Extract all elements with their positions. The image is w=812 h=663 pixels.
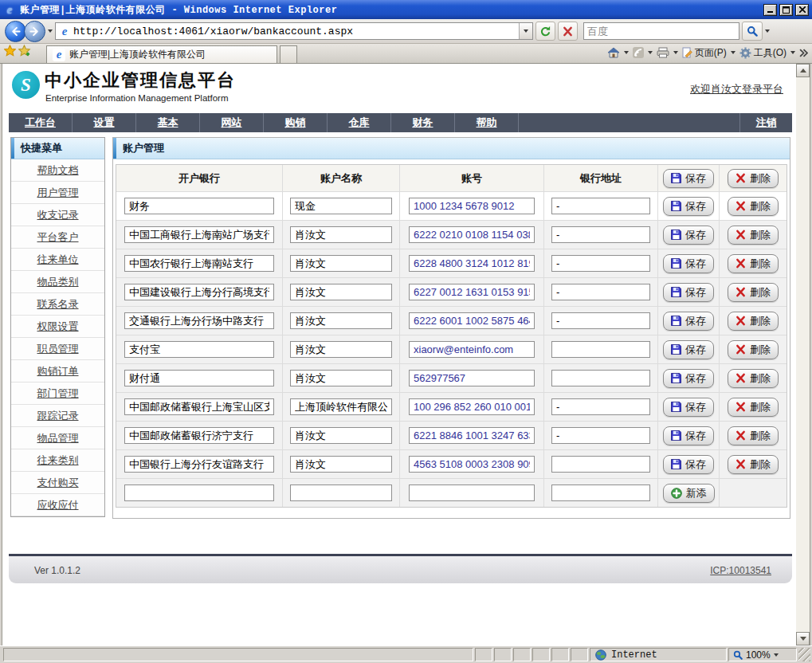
sidebar-item[interactable]: 部门管理	[11, 382, 104, 405]
sidebar-item[interactable]: 职员管理	[11, 338, 104, 360]
account-name-input[interactable]	[290, 255, 392, 272]
account-number-input[interactable]	[409, 398, 535, 415]
delete-button[interactable]: 删除	[728, 340, 779, 359]
bank-name-input[interactable]	[124, 427, 274, 444]
home-button[interactable]	[607, 47, 620, 58]
bank-address-input[interactable]	[551, 312, 650, 329]
resize-grip[interactable]	[798, 648, 810, 661]
save-button[interactable]: 保存	[663, 283, 714, 302]
bank-address-input[interactable]	[551, 284, 650, 300]
account-number-input[interactable]	[409, 427, 535, 444]
bank-address-input[interactable]	[551, 456, 650, 473]
account-name-input[interactable]	[290, 284, 392, 300]
chevron-more-icon[interactable]	[799, 49, 808, 57]
nav-item[interactable]: 工作台	[9, 113, 73, 132]
new-bank-name-input[interactable]	[124, 484, 274, 501]
account-number-input[interactable]	[409, 456, 535, 473]
stop-button[interactable]	[558, 22, 578, 41]
bank-address-input[interactable]	[551, 255, 650, 272]
welcome-link[interactable]: 欢迎肖汝文登录平台	[690, 82, 783, 96]
account-number-input[interactable]	[409, 341, 535, 358]
delete-button[interactable]: 删除	[728, 283, 779, 302]
scroll-down-icon[interactable]	[796, 632, 810, 645]
save-button[interactable]: 保存	[663, 340, 714, 359]
add-favorite-icon[interactable]	[18, 45, 31, 60]
account-number-input[interactable]	[409, 370, 535, 386]
bank-name-input[interactable]	[124, 255, 274, 272]
bank-address-input[interactable]	[551, 370, 650, 386]
refresh-button[interactable]	[535, 22, 555, 41]
save-button[interactable]: 保存	[663, 226, 714, 245]
delete-button[interactable]: 删除	[728, 455, 779, 474]
bank-name-input[interactable]	[124, 312, 274, 329]
bank-name-input[interactable]	[124, 341, 274, 358]
nav-item[interactable]: 基本	[136, 113, 200, 132]
icp-link[interactable]: ICP:10013541	[710, 565, 771, 576]
sidebar-item[interactable]: 购销订单	[11, 360, 104, 382]
page-menu-button[interactable]: 页面(P)	[682, 46, 727, 60]
bank-name-input[interactable]	[124, 198, 274, 214]
account-name-input[interactable]	[290, 370, 392, 386]
feeds-button[interactable]	[633, 47, 644, 58]
bank-name-input[interactable]	[124, 284, 274, 300]
sidebar-item[interactable]: 应收应付	[11, 494, 104, 516]
account-name-input[interactable]	[290, 456, 392, 473]
print-dropdown-icon[interactable]	[673, 51, 678, 54]
page-dropdown-icon[interactable]	[731, 51, 736, 54]
nav-item[interactable]: 仓库	[328, 113, 391, 132]
nav-item[interactable]: 财务	[391, 113, 455, 132]
sidebar-item[interactable]: 收支记录	[11, 204, 104, 226]
sidebar-item[interactable]: 用户管理	[11, 182, 104, 204]
minimize-button[interactable]	[763, 4, 777, 16]
account-name-input[interactable]	[290, 341, 392, 358]
nav-item[interactable]: 帮助	[455, 113, 519, 132]
close-button[interactable]	[795, 4, 809, 16]
account-number-input[interactable]	[409, 226, 535, 243]
nav-logout[interactable]: 注销	[739, 113, 792, 132]
sidebar-item[interactable]: 跟踪记录	[11, 405, 104, 427]
search-options-icon[interactable]	[765, 29, 770, 33]
account-name-input[interactable]	[290, 198, 392, 214]
add-button[interactable]: 新添	[663, 484, 715, 503]
search-button[interactable]	[742, 22, 763, 41]
delete-button[interactable]: 删除	[728, 254, 779, 273]
account-number-input[interactable]	[409, 198, 535, 214]
account-name-input[interactable]	[290, 398, 392, 415]
account-name-input[interactable]	[290, 226, 392, 243]
sidebar-item[interactable]: 支付购买	[11, 472, 104, 494]
zoom-control[interactable]: 100%	[728, 648, 797, 661]
tools-dropdown-icon[interactable]	[790, 51, 795, 54]
bank-address-input[interactable]	[551, 198, 650, 214]
sidebar-item[interactable]: 帮助文档	[11, 159, 104, 182]
delete-button[interactable]: 删除	[728, 312, 779, 331]
nav-item[interactable]: 网站	[200, 113, 264, 132]
nav-item[interactable]: 设置	[73, 113, 136, 132]
account-number-input[interactable]	[409, 284, 535, 300]
save-button[interactable]: 保存	[663, 169, 714, 188]
save-button[interactable]: 保存	[663, 369, 714, 388]
url-dropdown-button[interactable]	[519, 23, 532, 39]
save-button[interactable]: 保存	[663, 455, 714, 474]
account-number-input[interactable]	[409, 312, 535, 329]
delete-button[interactable]: 删除	[728, 398, 779, 417]
browser-tab[interactable]: e 账户管理|上海顶岭软件有限公司	[46, 45, 277, 63]
bank-name-input[interactable]	[124, 456, 274, 473]
bank-name-input[interactable]	[124, 226, 274, 243]
save-button[interactable]: 保存	[663, 197, 714, 216]
bank-name-input[interactable]	[124, 398, 274, 415]
back-button[interactable]	[5, 21, 26, 42]
save-button[interactable]: 保存	[663, 426, 714, 445]
forward-button[interactable]	[24, 21, 45, 42]
delete-button[interactable]: 删除	[728, 369, 779, 388]
delete-button[interactable]: 删除	[728, 169, 779, 188]
sidebar-item[interactable]: 物品类别	[11, 271, 104, 293]
bank-address-input[interactable]	[551, 226, 650, 243]
feeds-dropdown-icon[interactable]	[648, 51, 653, 54]
delete-button[interactable]: 删除	[728, 226, 779, 245]
sidebar-item[interactable]: 物品管理	[11, 427, 104, 449]
maximize-button[interactable]	[779, 4, 793, 16]
save-button[interactable]: 保存	[663, 254, 714, 273]
vertical-scrollbar[interactable]	[796, 64, 810, 645]
bank-address-input[interactable]	[551, 398, 650, 415]
sidebar-item[interactable]: 往来类别	[11, 449, 104, 472]
